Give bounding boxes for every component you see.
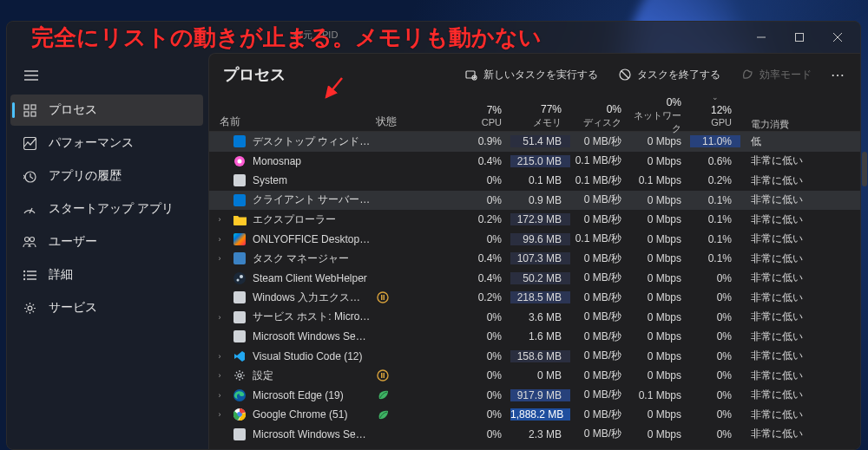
cell-power: 非常に低い — [740, 153, 860, 168]
cell-cpu: 0.2% — [463, 291, 510, 303]
expand-chevron-icon[interactable]: › — [213, 235, 227, 244]
sidebar-item-label: ユーザー — [49, 234, 97, 250]
minimize-button[interactable] — [742, 24, 780, 50]
sidebar-item-label: アプリの履歴 — [49, 168, 122, 184]
more-button[interactable]: ⋯ — [825, 67, 850, 83]
svg-rect-40 — [381, 373, 383, 378]
process-rows[interactable]: デスクトップ ウィンドウ マネージャー0.9%51.4 MB0 MB/秒0 Mb… — [209, 132, 860, 449]
column-headers[interactable]: 名前 状態 7%CPU 77%メモリ 0%ディスク 0%ネットワーク ⌄12%G… — [209, 95, 860, 132]
process-icon — [233, 173, 247, 187]
expand-chevron-icon[interactable]: › — [213, 215, 227, 224]
efficiency-mode-button[interactable]: 効率モード — [734, 62, 819, 88]
cell-memory: 0 MB — [510, 369, 570, 382]
expand-chevron-icon[interactable]: › — [213, 254, 227, 263]
cell-gpu: 0.1% — [690, 194, 740, 206]
table-row[interactable]: デスクトップ ウィンドウ マネージャー0.9%51.4 MB0 MB/秒0 Mb… — [209, 132, 860, 152]
cell-power: 非常に低い — [740, 251, 860, 266]
svg-rect-8 — [24, 105, 29, 109]
cell-disk: 0 MB/秒 — [570, 271, 630, 285]
cell-gpu: 0.2% — [690, 174, 740, 186]
outer-scrollbar[interactable] — [862, 152, 867, 186]
sidebar-item-users[interactable]: ユーザー — [10, 226, 203, 258]
table-row[interactable]: ›エクスプローラー0.2%172.9 MB0 MB/秒0 Mbps0.1%非常に… — [209, 210, 860, 230]
table-row[interactable]: Microsoft Windows Search Filt…0%1.6 MB0 … — [209, 327, 860, 347]
table-row[interactable]: Windows 入力エクスペリエンス0.2%218.5 MB0 MB/秒0 Mb… — [209, 288, 860, 308]
table-row[interactable]: ›Google Chrome (51)0%1,888.2 MB0 MB/秒0 M… — [209, 405, 860, 425]
col-network[interactable]: 0%ネットワーク — [630, 95, 690, 131]
expand-chevron-icon[interactable]: › — [213, 313, 227, 322]
expand-chevron-icon[interactable]: › — [213, 410, 227, 419]
process-name: Steam Client WebHelper — [253, 272, 367, 284]
expand-chevron-icon[interactable]: › — [213, 352, 227, 361]
expand-chevron-icon[interactable]: › — [213, 391, 227, 400]
cell-network: 0.1 Mbps — [630, 389, 690, 401]
table-row[interactable]: ›Visual Studio Code (12)0%158.6 MB0 MB/秒… — [209, 347, 860, 367]
close-button[interactable] — [819, 24, 857, 50]
sidebar-item-services[interactable]: サービス — [10, 292, 203, 323]
cell-network: 0 Mbps — [630, 155, 690, 167]
table-row[interactable]: Steam Client WebHelper0.4%50.2 MB0 MB/秒0… — [209, 269, 860, 289]
svg-point-22 — [23, 278, 24, 279]
cell-power: 非常に低い — [740, 290, 860, 305]
table-row[interactable]: ›サービス ホスト: Microsoft Accou…0%3.6 MB0 MB/… — [209, 308, 860, 328]
cell-gpu: 0% — [690, 408, 740, 421]
suspended-icon — [376, 290, 390, 304]
process-icon — [233, 408, 247, 421]
cell-network: 0 Mbps — [630, 233, 690, 245]
annotation-arrow — [321, 76, 347, 102]
expand-chevron-icon[interactable]: › — [213, 371, 227, 380]
cell-cpu: 0% — [463, 369, 510, 382]
col-gpu[interactable]: ⌄12%GPU — [690, 95, 740, 131]
efficiency-leaf-icon — [376, 408, 390, 421]
cell-power: 非常に低い — [740, 368, 860, 383]
process-name: クライアント サーバー ランタイム プロ… — [253, 192, 371, 207]
cell-cpu: 0% — [463, 428, 510, 440]
col-memory[interactable]: 77%メモリ — [510, 95, 570, 131]
cell-gpu: 0% — [690, 291, 740, 303]
table-row[interactable]: クライアント サーバー ランタイム プロ…0%0.9 MB0 MB/秒0 Mbp… — [209, 191, 860, 211]
cell-memory: 917.9 MB — [510, 389, 570, 401]
process-icon — [233, 212, 247, 226]
cell-network: 0 Mbps — [630, 194, 690, 206]
cell-power: 非常に低い — [740, 232, 860, 246]
cell-disk: 0 MB/秒 — [570, 290, 630, 305]
users-icon — [23, 236, 36, 248]
button-label: 効率モード — [760, 68, 812, 82]
process-name: サービス ホスト: Microsoft Accou… — [253, 310, 371, 324]
nav-toggle-button[interactable] — [16, 62, 47, 89]
process-name: Monosnap — [253, 155, 301, 167]
cell-disk: 0.1 MB/秒 — [570, 232, 630, 246]
process-icon — [233, 310, 247, 324]
run-icon — [465, 68, 477, 81]
table-row[interactable]: Monosnap0.4%215.0 MB0.1 MB/秒0 Mbps0.6%非常… — [209, 152, 860, 172]
table-row[interactable]: Microsoft Windows Search P…0%2.3 MB0 MB/… — [209, 425, 860, 445]
table-row[interactable]: ›Microsoft Edge (19)0%917.9 MB0 MB/秒0.1 … — [209, 386, 860, 406]
process-icon — [233, 329, 247, 343]
process-name: System — [253, 174, 287, 186]
cell-gpu: 0.1% — [690, 233, 740, 245]
svg-line-29 — [621, 71, 628, 78]
table-row[interactable]: ›タスク マネージャー0.4%107.3 MB0 MB/秒0 Mbps0.1%非… — [209, 249, 860, 269]
col-power[interactable]: 電力消費 — [740, 95, 860, 131]
col-status[interactable]: 状態 — [371, 95, 463, 131]
table-row[interactable]: ›設定0%0 MB0 MB/秒0 Mbps0%非常に低い — [209, 366, 860, 386]
col-cpu[interactable]: 7%CPU — [463, 95, 510, 131]
annotation-text: 完全にリストの動きが止まる。メモリも動かない — [31, 23, 542, 53]
sidebar-item-performance[interactable]: パフォーマンス — [10, 127, 203, 159]
maximize-button[interactable] — [780, 24, 819, 50]
col-disk[interactable]: 0%ディスク — [570, 95, 630, 131]
table-row[interactable]: System0%0.1 MB0.1 MB/秒0.1 Mbps0.2%非常に低い — [209, 171, 860, 191]
process-icon — [233, 349, 247, 363]
sidebar-item-processes[interactable]: プロセス — [10, 95, 203, 126]
process-name: Microsoft Windows Search P… — [253, 428, 371, 440]
cell-cpu: 0.9% — [463, 135, 510, 147]
sidebar-item-app-history[interactable]: アプリの履歴 — [10, 160, 203, 192]
run-new-task-button[interactable]: 新しいタスクを実行する — [458, 62, 605, 88]
end-task-button[interactable]: タスクを終了する — [612, 62, 727, 88]
table-row[interactable]: ›ONLYOFFICE Desktop Editors (…0%99.6 MB0… — [209, 230, 860, 250]
svg-rect-36 — [381, 295, 383, 300]
cell-cpu: 0% — [463, 330, 510, 342]
sidebar-item-startup[interactable]: スタートアップ アプリ — [10, 193, 203, 225]
cell-gpu: 0% — [690, 272, 740, 284]
sidebar-item-details[interactable]: 詳細 — [10, 259, 203, 290]
